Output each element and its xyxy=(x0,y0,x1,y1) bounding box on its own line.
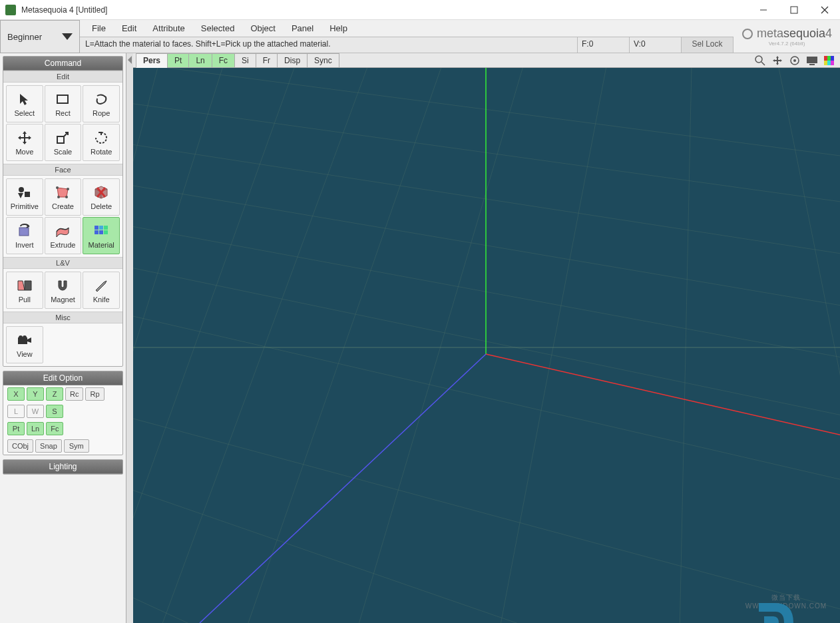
tool-rect[interactable]: Rect xyxy=(45,85,82,122)
view-toolbar-icons xyxy=(753,55,840,67)
tool-select[interactable]: Select xyxy=(6,85,43,122)
rotate-view-icon[interactable] xyxy=(788,55,801,67)
top-row: Beginner File Edit Attribute Selected Ob… xyxy=(0,20,840,53)
tool-invert[interactable]: Invert xyxy=(6,217,43,254)
display-icon[interactable] xyxy=(805,55,819,67)
move-icon xyxy=(15,129,34,146)
logo-area: metasequoia4 Ver4.7.2 (64bit) xyxy=(734,20,840,53)
svg-line-45 xyxy=(133,254,840,434)
edit-option-panel: Edit Option X Y Z Rc Rp L W S Pt Ln Fc C… xyxy=(3,371,123,455)
color-icon[interactable] xyxy=(823,55,836,67)
opt-rp[interactable]: Rp xyxy=(85,387,104,401)
svg-line-48 xyxy=(133,467,840,623)
tool-delete[interactable]: Delete xyxy=(83,178,120,216)
vtab-pers[interactable]: Pers xyxy=(136,53,168,68)
tool-magnet[interactable]: Magnet xyxy=(45,272,82,309)
menu-selected[interactable]: Selected xyxy=(194,21,242,36)
lighting-header[interactable]: Lighting xyxy=(3,460,122,474)
z-axis xyxy=(200,354,486,623)
svg-rect-23 xyxy=(104,226,108,230)
svg-rect-39 xyxy=(824,61,827,65)
opt-row-ptlnfc: Pt Ln Fc xyxy=(3,420,122,437)
vtab-pt[interactable]: Pt xyxy=(167,53,189,68)
opt-s[interactable]: S xyxy=(46,405,63,418)
svg-rect-38 xyxy=(831,56,834,61)
svg-line-52 xyxy=(133,68,166,623)
svg-line-50 xyxy=(133,95,840,214)
zoom-icon[interactable] xyxy=(753,55,767,67)
tool-pull[interactable]: Pull xyxy=(6,272,43,309)
status-f: F:0 xyxy=(578,37,630,53)
tool-primitive[interactable]: Primitive xyxy=(6,178,43,216)
camera-icon xyxy=(15,331,34,349)
minimize-button[interactable] xyxy=(748,0,779,20)
pan-icon[interactable] xyxy=(771,55,784,67)
main-area: Command Edit Select Rect Rope Move Scale… xyxy=(0,53,840,623)
opt-w[interactable]: W xyxy=(27,405,44,418)
tool-move[interactable]: Move xyxy=(6,124,43,161)
section-face-header: Face xyxy=(3,164,122,176)
primitive-icon xyxy=(15,184,34,201)
opt-rc[interactable]: Rc xyxy=(65,387,83,401)
opt-fc[interactable]: Fc xyxy=(46,422,63,435)
lighting-panel: Lighting xyxy=(3,459,123,475)
opt-sym[interactable]: Sym xyxy=(64,439,89,453)
tool-extrude[interactable]: Extrude xyxy=(45,217,82,254)
sel-lock-button[interactable]: Sel Lock xyxy=(682,37,734,53)
vtab-sync[interactable]: Sync xyxy=(307,53,339,68)
opt-ln[interactable]: Ln xyxy=(27,422,44,435)
svg-line-44 xyxy=(133,214,840,374)
vtab-fc[interactable]: Fc xyxy=(212,53,235,68)
opt-z[interactable]: Z xyxy=(46,387,63,401)
version-label: Ver4.7.2 (64bit) xyxy=(769,41,805,47)
svg-point-33 xyxy=(793,59,796,62)
view-tabs: Pers Pt Ln Fc Si Fr Disp Sync xyxy=(133,53,840,68)
section-misc-header: Misc xyxy=(3,312,122,323)
menu-panel[interactable]: Panel xyxy=(285,21,320,36)
menu-edit[interactable]: Edit xyxy=(115,21,143,36)
mode-dropdown[interactable]: Beginner xyxy=(0,20,80,53)
svg-rect-5 xyxy=(57,95,68,103)
sidebar-grip[interactable] xyxy=(126,53,133,623)
vtab-si[interactable]: Si xyxy=(234,53,256,68)
opt-snap[interactable]: Snap xyxy=(35,439,62,453)
menu-object[interactable]: Object xyxy=(244,21,282,36)
tool-knife[interactable]: Knife xyxy=(83,272,120,309)
opt-y[interactable]: Y xyxy=(27,387,44,401)
dropdown-triangle-icon xyxy=(62,33,73,40)
tool-rotate[interactable]: Rotate xyxy=(83,124,120,161)
menu-file[interactable]: File xyxy=(85,21,112,36)
tool-material[interactable]: Material xyxy=(83,217,120,254)
svg-point-7 xyxy=(19,187,24,192)
svg-rect-1 xyxy=(791,7,797,13)
mode-label: Beginner xyxy=(7,32,42,42)
tool-view[interactable]: View xyxy=(6,326,43,363)
watermark: 微当下载 WWW.WEIDOWN.COM xyxy=(745,593,827,610)
vtab-ln[interactable]: Ln xyxy=(188,53,212,68)
opt-l[interactable]: L xyxy=(7,405,25,418)
menu-help[interactable]: Help xyxy=(323,21,354,36)
opt-x[interactable]: X xyxy=(7,387,25,401)
tool-scale[interactable]: Scale xyxy=(45,124,82,161)
svg-point-11 xyxy=(56,186,59,189)
status-message: L=Attach the material to faces. Shift+L=… xyxy=(80,37,578,53)
section-lv-header: L&V xyxy=(3,257,122,269)
svg-marker-9 xyxy=(18,193,23,198)
edit-option-header: Edit Option xyxy=(3,371,122,385)
menu-attribute[interactable]: Attribute xyxy=(146,21,191,36)
tool-create[interactable]: Create xyxy=(45,178,82,216)
vtab-disp[interactable]: Disp xyxy=(277,53,308,68)
misc-tools: View xyxy=(3,323,122,366)
vtab-fr[interactable]: Fr xyxy=(256,53,278,68)
infobar: L=Attach the material to faces. Shift+L=… xyxy=(80,37,734,53)
extrude-icon xyxy=(53,222,72,240)
maximize-button[interactable] xyxy=(779,0,809,20)
status-v: V:0 xyxy=(630,37,682,53)
close-button[interactable] xyxy=(809,0,840,20)
opt-pt[interactable]: Pt xyxy=(7,422,25,435)
opt-cobj[interactable]: CObj xyxy=(7,439,33,453)
app-icon xyxy=(5,5,16,15)
viewport-3d[interactable]: 微当下载 WWW.WEIDOWN.COM xyxy=(133,68,840,623)
x-axis xyxy=(486,354,840,441)
tool-rope[interactable]: Rope xyxy=(83,85,120,122)
